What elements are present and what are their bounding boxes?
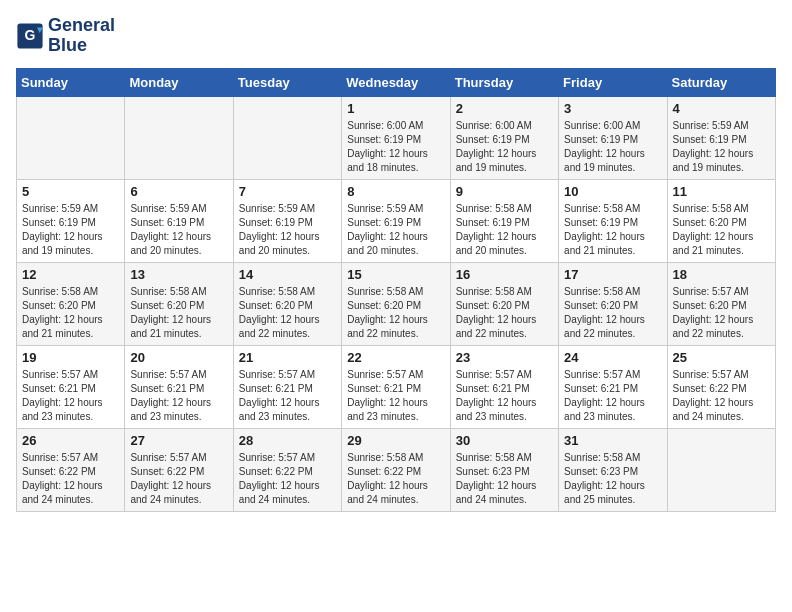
day-info: Sunrise: 5:57 AM Sunset: 6:20 PM Dayligh… [673, 285, 770, 341]
calendar-day-cell: 25Sunrise: 5:57 AM Sunset: 6:22 PM Dayli… [667, 345, 775, 428]
day-number: 11 [673, 184, 770, 199]
calendar-day-cell: 15Sunrise: 5:58 AM Sunset: 6:20 PM Dayli… [342, 262, 450, 345]
day-info: Sunrise: 5:57 AM Sunset: 6:22 PM Dayligh… [673, 368, 770, 424]
calendar-day-cell: 22Sunrise: 5:57 AM Sunset: 6:21 PM Dayli… [342, 345, 450, 428]
calendar-day-cell: 6Sunrise: 5:59 AM Sunset: 6:19 PM Daylig… [125, 179, 233, 262]
day-info: Sunrise: 6:00 AM Sunset: 6:19 PM Dayligh… [456, 119, 553, 175]
day-info: Sunrise: 5:59 AM Sunset: 6:19 PM Dayligh… [347, 202, 444, 258]
weekday-header: Monday [125, 68, 233, 96]
day-number: 31 [564, 433, 661, 448]
calendar-day-cell: 3Sunrise: 6:00 AM Sunset: 6:19 PM Daylig… [559, 96, 667, 179]
calendar-day-cell: 29Sunrise: 5:58 AM Sunset: 6:22 PM Dayli… [342, 428, 450, 511]
day-info: Sunrise: 5:59 AM Sunset: 6:19 PM Dayligh… [130, 202, 227, 258]
day-number: 30 [456, 433, 553, 448]
day-info: Sunrise: 5:59 AM Sunset: 6:19 PM Dayligh… [22, 202, 119, 258]
day-info: Sunrise: 5:58 AM Sunset: 6:20 PM Dayligh… [239, 285, 336, 341]
day-number: 24 [564, 350, 661, 365]
calendar-week-row: 26Sunrise: 5:57 AM Sunset: 6:22 PM Dayli… [17, 428, 776, 511]
day-info: Sunrise: 5:58 AM Sunset: 6:20 PM Dayligh… [673, 202, 770, 258]
day-info: Sunrise: 5:57 AM Sunset: 6:21 PM Dayligh… [130, 368, 227, 424]
calendar-day-cell: 28Sunrise: 5:57 AM Sunset: 6:22 PM Dayli… [233, 428, 341, 511]
day-number: 23 [456, 350, 553, 365]
calendar-week-row: 5Sunrise: 5:59 AM Sunset: 6:19 PM Daylig… [17, 179, 776, 262]
day-number: 4 [673, 101, 770, 116]
day-info: Sunrise: 5:58 AM Sunset: 6:20 PM Dayligh… [130, 285, 227, 341]
calendar-day-cell: 20Sunrise: 5:57 AM Sunset: 6:21 PM Dayli… [125, 345, 233, 428]
day-number: 29 [347, 433, 444, 448]
day-info: Sunrise: 5:59 AM Sunset: 6:19 PM Dayligh… [673, 119, 770, 175]
weekday-header: Tuesday [233, 68, 341, 96]
weekday-header: Saturday [667, 68, 775, 96]
calendar-day-cell: 1Sunrise: 6:00 AM Sunset: 6:19 PM Daylig… [342, 96, 450, 179]
page-header: G General Blue [16, 16, 776, 56]
day-number: 17 [564, 267, 661, 282]
calendar-day-cell: 7Sunrise: 5:59 AM Sunset: 6:19 PM Daylig… [233, 179, 341, 262]
day-info: Sunrise: 5:58 AM Sunset: 6:20 PM Dayligh… [564, 285, 661, 341]
calendar-table: SundayMondayTuesdayWednesdayThursdayFrid… [16, 68, 776, 512]
day-number: 19 [22, 350, 119, 365]
weekday-header: Friday [559, 68, 667, 96]
day-info: Sunrise: 5:58 AM Sunset: 6:20 PM Dayligh… [456, 285, 553, 341]
day-info: Sunrise: 5:57 AM Sunset: 6:21 PM Dayligh… [347, 368, 444, 424]
day-number: 3 [564, 101, 661, 116]
day-number: 20 [130, 350, 227, 365]
day-info: Sunrise: 5:57 AM Sunset: 6:21 PM Dayligh… [564, 368, 661, 424]
calendar-day-cell: 27Sunrise: 5:57 AM Sunset: 6:22 PM Dayli… [125, 428, 233, 511]
calendar-day-cell: 23Sunrise: 5:57 AM Sunset: 6:21 PM Dayli… [450, 345, 558, 428]
day-number: 16 [456, 267, 553, 282]
day-number: 21 [239, 350, 336, 365]
day-number: 27 [130, 433, 227, 448]
day-number: 2 [456, 101, 553, 116]
calendar-day-cell: 8Sunrise: 5:59 AM Sunset: 6:19 PM Daylig… [342, 179, 450, 262]
calendar-day-cell: 9Sunrise: 5:58 AM Sunset: 6:19 PM Daylig… [450, 179, 558, 262]
weekday-header: Wednesday [342, 68, 450, 96]
calendar-day-cell: 10Sunrise: 5:58 AM Sunset: 6:19 PM Dayli… [559, 179, 667, 262]
day-info: Sunrise: 5:58 AM Sunset: 6:19 PM Dayligh… [456, 202, 553, 258]
day-info: Sunrise: 5:57 AM Sunset: 6:21 PM Dayligh… [456, 368, 553, 424]
logo-icon: G [16, 22, 44, 50]
day-info: Sunrise: 5:58 AM Sunset: 6:19 PM Dayligh… [564, 202, 661, 258]
day-info: Sunrise: 5:57 AM Sunset: 6:22 PM Dayligh… [130, 451, 227, 507]
day-number: 10 [564, 184, 661, 199]
day-number: 22 [347, 350, 444, 365]
calendar-day-cell [667, 428, 775, 511]
day-number: 1 [347, 101, 444, 116]
day-number: 9 [456, 184, 553, 199]
calendar-header-row: SundayMondayTuesdayWednesdayThursdayFrid… [17, 68, 776, 96]
weekday-header: Thursday [450, 68, 558, 96]
calendar-day-cell [233, 96, 341, 179]
calendar-week-row: 19Sunrise: 5:57 AM Sunset: 6:21 PM Dayli… [17, 345, 776, 428]
day-info: Sunrise: 5:58 AM Sunset: 6:20 PM Dayligh… [22, 285, 119, 341]
day-info: Sunrise: 5:58 AM Sunset: 6:20 PM Dayligh… [347, 285, 444, 341]
calendar-day-cell: 31Sunrise: 5:58 AM Sunset: 6:23 PM Dayli… [559, 428, 667, 511]
calendar-day-cell [17, 96, 125, 179]
calendar-body: 1Sunrise: 6:00 AM Sunset: 6:19 PM Daylig… [17, 96, 776, 511]
calendar-day-cell: 12Sunrise: 5:58 AM Sunset: 6:20 PM Dayli… [17, 262, 125, 345]
calendar-day-cell: 16Sunrise: 5:58 AM Sunset: 6:20 PM Dayli… [450, 262, 558, 345]
day-info: Sunrise: 5:58 AM Sunset: 6:22 PM Dayligh… [347, 451, 444, 507]
day-number: 13 [130, 267, 227, 282]
svg-text:G: G [25, 27, 36, 43]
day-info: Sunrise: 6:00 AM Sunset: 6:19 PM Dayligh… [347, 119, 444, 175]
calendar-day-cell: 4Sunrise: 5:59 AM Sunset: 6:19 PM Daylig… [667, 96, 775, 179]
day-info: Sunrise: 5:58 AM Sunset: 6:23 PM Dayligh… [564, 451, 661, 507]
calendar-day-cell: 5Sunrise: 5:59 AM Sunset: 6:19 PM Daylig… [17, 179, 125, 262]
calendar-day-cell: 30Sunrise: 5:58 AM Sunset: 6:23 PM Dayli… [450, 428, 558, 511]
calendar-day-cell [125, 96, 233, 179]
day-number: 15 [347, 267, 444, 282]
day-info: Sunrise: 6:00 AM Sunset: 6:19 PM Dayligh… [564, 119, 661, 175]
day-number: 7 [239, 184, 336, 199]
day-number: 26 [22, 433, 119, 448]
day-number: 28 [239, 433, 336, 448]
calendar-day-cell: 19Sunrise: 5:57 AM Sunset: 6:21 PM Dayli… [17, 345, 125, 428]
calendar-day-cell: 21Sunrise: 5:57 AM Sunset: 6:21 PM Dayli… [233, 345, 341, 428]
logo-text: General Blue [48, 16, 115, 56]
day-number: 12 [22, 267, 119, 282]
day-number: 8 [347, 184, 444, 199]
calendar-day-cell: 14Sunrise: 5:58 AM Sunset: 6:20 PM Dayli… [233, 262, 341, 345]
day-info: Sunrise: 5:57 AM Sunset: 6:22 PM Dayligh… [22, 451, 119, 507]
calendar-day-cell: 18Sunrise: 5:57 AM Sunset: 6:20 PM Dayli… [667, 262, 775, 345]
weekday-header: Sunday [17, 68, 125, 96]
day-info: Sunrise: 5:57 AM Sunset: 6:22 PM Dayligh… [239, 451, 336, 507]
day-info: Sunrise: 5:59 AM Sunset: 6:19 PM Dayligh… [239, 202, 336, 258]
